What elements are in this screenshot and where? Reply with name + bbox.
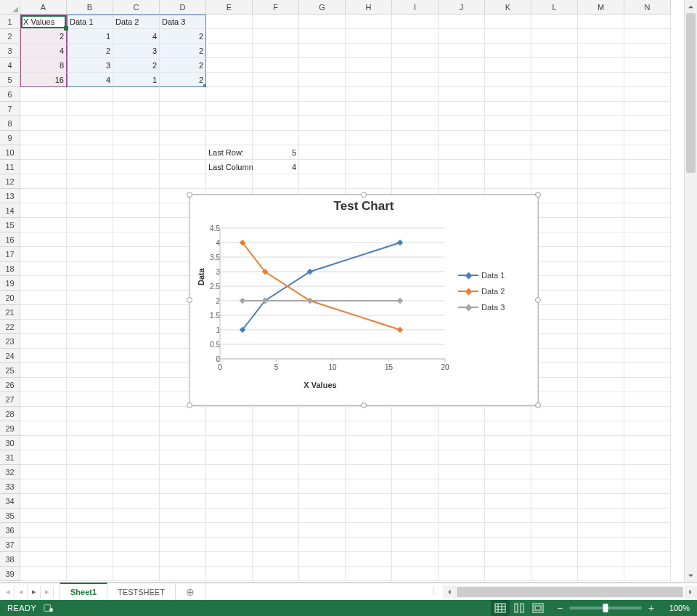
cell-E37[interactable]: [206, 538, 253, 552]
cell-A27[interactable]: [20, 392, 67, 407]
cell-B35[interactable]: [67, 508, 113, 523]
cell-C13[interactable]: [113, 189, 160, 203]
cell-E4[interactable]: [206, 58, 253, 73]
cell-G33[interactable]: [299, 479, 346, 494]
cell-G6[interactable]: [299, 87, 346, 102]
cell-I35[interactable]: [392, 508, 439, 523]
cell-E7[interactable]: [206, 102, 253, 116]
col-header-M[interactable]: M: [578, 0, 624, 15]
cell-E2[interactable]: [206, 29, 253, 44]
cell-K6[interactable]: [485, 87, 531, 102]
cell-A12[interactable]: [20, 174, 67, 189]
tab-last-icon[interactable]: ▸: [41, 585, 54, 599]
row-header-27[interactable]: 27: [0, 392, 20, 407]
cell-G34[interactable]: [299, 494, 346, 508]
cell-C31[interactable]: [113, 450, 160, 465]
cell-N6[interactable]: [624, 87, 671, 102]
row-header-3[interactable]: 3: [0, 44, 20, 58]
cell-C12[interactable]: [113, 174, 160, 189]
cell-A9[interactable]: [20, 131, 67, 145]
cell-C17[interactable]: [113, 247, 160, 262]
cell-D4[interactable]: 2: [160, 58, 206, 73]
chart-object[interactable]: Test Chart Data X Values 00.511.522.533.…: [189, 194, 539, 406]
cell-M36[interactable]: [578, 523, 624, 538]
cell-M6[interactable]: [578, 87, 624, 102]
cell-L39[interactable]: [531, 567, 578, 581]
cell-D30[interactable]: [160, 436, 206, 450]
chart-legend[interactable]: Data 1Data 2Data 3: [455, 267, 528, 315]
cell-C34[interactable]: [113, 494, 160, 508]
cell-J28[interactable]: [439, 407, 485, 421]
cell-L30[interactable]: [531, 436, 578, 450]
cell-H7[interactable]: [346, 102, 392, 116]
row-header-2[interactable]: 2: [0, 29, 20, 44]
cell-K12[interactable]: [485, 174, 531, 189]
cell-I32[interactable]: [392, 465, 439, 479]
cell-J38[interactable]: [439, 552, 485, 567]
cell-N35[interactable]: [624, 508, 671, 523]
cell-E6[interactable]: [206, 87, 253, 102]
cell-D9[interactable]: [160, 131, 206, 145]
cell-A24[interactable]: [20, 349, 67, 363]
cell-C32[interactable]: [113, 465, 160, 479]
cell-I36[interactable]: [392, 523, 439, 538]
cell-I12[interactable]: [392, 174, 439, 189]
cell-M24[interactable]: [578, 349, 624, 363]
tab-split-handle[interactable]: ⋮: [425, 587, 443, 596]
cell-K4[interactable]: [485, 58, 531, 73]
cell-C16[interactable]: [113, 232, 160, 247]
cell-M4[interactable]: [578, 58, 624, 73]
cell-K32[interactable]: [485, 465, 531, 479]
cell-H12[interactable]: [346, 174, 392, 189]
cell-M37[interactable]: [578, 538, 624, 552]
vscroll-track[interactable]: [685, 13, 697, 569]
cell-L3[interactable]: [531, 44, 578, 58]
cell-D33[interactable]: [160, 479, 206, 494]
cell-K29[interactable]: [485, 421, 531, 436]
cell-D1[interactable]: Data 3: [160, 15, 206, 29]
cell-M9[interactable]: [578, 131, 624, 145]
cell-M13[interactable]: [578, 189, 624, 203]
cell-B33[interactable]: [67, 479, 113, 494]
cell-B13[interactable]: [67, 189, 113, 203]
cell-K5[interactable]: [485, 73, 531, 87]
cell-L9[interactable]: [531, 131, 578, 145]
cell-M8[interactable]: [578, 116, 624, 131]
cell-B31[interactable]: [67, 450, 113, 465]
cell-L2[interactable]: [531, 29, 578, 44]
col-header-E[interactable]: E: [206, 0, 253, 15]
cell-A16[interactable]: [20, 232, 67, 247]
cell-M12[interactable]: [578, 174, 624, 189]
cell-C9[interactable]: [113, 131, 160, 145]
cell-H10[interactable]: [346, 145, 392, 160]
cell-E30[interactable]: [206, 436, 253, 450]
row-header-11[interactable]: 11: [0, 160, 20, 174]
cell-A13[interactable]: [20, 189, 67, 203]
row-header-35[interactable]: 35: [0, 508, 20, 523]
cell-I8[interactable]: [392, 116, 439, 131]
cell-H11[interactable]: [346, 160, 392, 174]
cell-H33[interactable]: [346, 479, 392, 494]
cell-C25[interactable]: [113, 363, 160, 378]
cell-C24[interactable]: [113, 349, 160, 363]
cell-E9[interactable]: [206, 131, 253, 145]
cell-C11[interactable]: [113, 160, 160, 174]
cell-A30[interactable]: [20, 436, 67, 450]
cell-I6[interactable]: [392, 87, 439, 102]
cell-F7[interactable]: [253, 102, 299, 116]
cell-J31[interactable]: [439, 450, 485, 465]
cell-L38[interactable]: [531, 552, 578, 567]
cell-M14[interactable]: [578, 203, 624, 218]
cell-E28[interactable]: [206, 407, 253, 421]
cell-L28[interactable]: [531, 407, 578, 421]
cell-N20[interactable]: [624, 291, 671, 305]
row-header-14[interactable]: 14: [0, 203, 20, 218]
row-header-18[interactable]: 18: [0, 262, 20, 276]
cell-J1[interactable]: [439, 15, 485, 29]
cell-I38[interactable]: [392, 552, 439, 567]
zoom-out-button[interactable]: −: [555, 602, 565, 614]
cell-N4[interactable]: [624, 58, 671, 73]
cell-C36[interactable]: [113, 523, 160, 538]
cell-B16[interactable]: [67, 232, 113, 247]
cell-I34[interactable]: [392, 494, 439, 508]
